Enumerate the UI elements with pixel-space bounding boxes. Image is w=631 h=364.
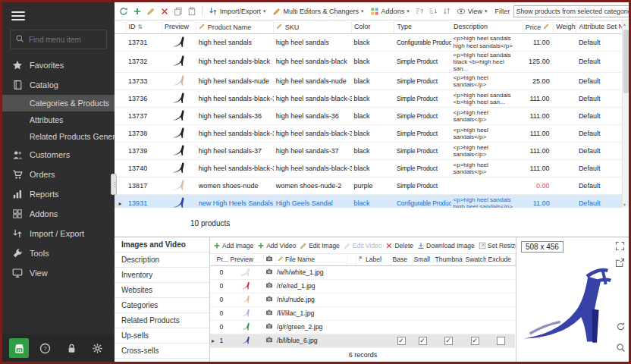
sidebar-item-customers[interactable]: Customers: [2, 145, 115, 165]
add-button[interactable]: [131, 5, 143, 18]
product-row[interactable]: 13731high heel sandalshigh heel sandalsb…: [115, 33, 627, 51]
product-row[interactable]: ▸13931new High Heels SandalsHigh Geels S…: [115, 195, 627, 208]
col-attribute-set-name[interactable]: Attribute Set Name: [576, 20, 627, 33]
col-label[interactable]: Label: [356, 254, 391, 265]
fullscreen-icon[interactable]: [615, 241, 625, 251]
checkbox[interactable]: ✓: [397, 337, 406, 345]
checkbox[interactable]: ✓: [419, 337, 427, 345]
sortdesc-button[interactable]: [427, 5, 439, 18]
add-video-button[interactable]: Add Video: [257, 242, 296, 249]
edit-button[interactable]: [145, 5, 157, 18]
tab-cross-sells[interactable]: Cross-sells: [115, 344, 209, 359]
product-row[interactable]: 13732high heel sandals-blackhigh heel sa…: [115, 51, 627, 73]
col-product-name[interactable]: Product Name: [196, 20, 274, 33]
expand-arrow-icon[interactable]: ▸: [119, 200, 122, 207]
category-filter-select[interactable]: Show products from selected categories▾: [513, 5, 629, 17]
rotate-icon[interactable]: [616, 322, 626, 331]
view-menu[interactable]: View▾: [454, 6, 490, 17]
gear-button[interactable]: [88, 338, 108, 358]
col-file-name[interactable]: File Name: [275, 254, 347, 265]
zoom-out-icon[interactable]: [616, 343, 626, 353]
checkbox[interactable]: ✓: [471, 337, 479, 345]
delete-button[interactable]: Delete: [385, 242, 413, 249]
scrollbar-thumb[interactable]: [623, 30, 629, 93]
tab-product-reviews[interactable]: Product Reviews: [115, 359, 209, 364]
col-swatch[interactable]: Swatch: [463, 254, 486, 265]
row-expander[interactable]: ▸: [115, 195, 126, 208]
import-export-menu[interactable]: Import/Export▾: [206, 6, 268, 17]
sortasc-button[interactable]: [413, 5, 425, 18]
col-type[interactable]: Type: [394, 20, 451, 33]
sidebar-item-catalog[interactable]: Catalog: [2, 75, 115, 95]
multi-editors-changers-menu[interactable]: Multi Editors & Changers▾: [270, 6, 366, 17]
product-row[interactable]: 13817women shoes-nudewomen shoes-nude-2p…: [115, 177, 627, 195]
sidebar-item-related-products-generator[interactable]: Related Products Generator: [2, 128, 115, 145]
sidebar-item-orders[interactable]: Orders: [2, 165, 115, 184]
product-row[interactable]: 13740high heel sandals-black-38high heel…: [115, 160, 627, 177]
vertical-scrollbar[interactable]: ▴ ▾: [622, 20, 629, 208]
col-base[interactable]: Base: [391, 254, 412, 265]
updown-button[interactable]: [441, 5, 453, 18]
addons-menu[interactable]: Addons▾: [368, 6, 412, 17]
delete-button[interactable]: [159, 5, 171, 18]
product-row[interactable]: 13738high heel sandals-black-37high heel…: [115, 125, 627, 143]
sidebar-item-categories-products[interactable]: Categories & Products: [2, 95, 115, 111]
col-description[interactable]: Description: [451, 20, 523, 33]
tab-inventory[interactable]: Inventory: [115, 268, 209, 283]
sidebar-item-import-export[interactable]: Import / Export: [2, 224, 115, 243]
product-row[interactable]: 13739high heel sandals-37high heel sanda…: [115, 143, 627, 160]
col-id[interactable]: ID ⇅: [126, 20, 162, 33]
pane-splitter[interactable]: ⋮: [111, 174, 117, 195]
product-row[interactable]: 13736high heel sandals-black-36high heel…: [115, 90, 627, 108]
col-thumbna[interactable]: Thumbna: [433, 254, 463, 265]
image-row[interactable]: 0/n/u/nude.jpg: [210, 293, 515, 306]
image-row[interactable]: 0/w/h/white_1.jpg: [210, 265, 515, 279]
paste-button[interactable]: [186, 5, 198, 18]
open-external-icon[interactable]: [615, 258, 625, 268]
image-row[interactable]: ▸1/b/l/blue_6.jpg✓✓✓✓: [210, 334, 515, 347]
checkbox[interactable]: ✓: [444, 337, 453, 345]
hamburger-menu-icon[interactable]: [2, 2, 115, 27]
menu-search-input[interactable]: [29, 36, 103, 44]
download-image-button[interactable]: Download Image: [417, 242, 475, 249]
image-row[interactable]: 0/g/r/green_2.jpg: [210, 320, 515, 334]
add-image-button[interactable]: Add Image: [213, 242, 253, 249]
tab-description[interactable]: Description: [115, 253, 209, 268]
col-preview[interactable]: Preview: [162, 20, 196, 33]
checkbox[interactable]: [497, 337, 505, 345]
expand-arrow-icon[interactable]: ▸: [212, 337, 215, 344]
updown-icon: [442, 7, 451, 16]
tab-categories[interactable]: Categories: [115, 298, 209, 313]
image-row[interactable]: 0/r/e/red_1.jpg: [210, 279, 515, 293]
sidebar-item-favorites[interactable]: Favorites: [2, 55, 115, 75]
sidebar-item-attributes[interactable]: Attributes: [2, 111, 115, 128]
tab-websites[interactable]: Websites: [115, 283, 209, 298]
image-row[interactable]: 0/l/i/lilac_1.jpg: [210, 306, 515, 320]
col-pr[interactable]: Pr...: [215, 254, 228, 265]
copy-button[interactable]: [172, 5, 184, 18]
refresh-button[interactable]: [118, 5, 130, 18]
tab-up-sells[interactable]: Up-sells: [115, 328, 209, 344]
scroll-up-icon[interactable]: ▴: [623, 21, 626, 27]
col-sku[interactable]: SKU: [274, 20, 352, 33]
sidebar-item-tools[interactable]: Tools: [2, 243, 115, 263]
col-exclude[interactable]: Exclude: [486, 254, 515, 265]
sidebar-item-addons[interactable]: Addons: [2, 204, 115, 224]
col-preview[interactable]: Preview: [228, 254, 263, 265]
col-price[interactable]: Price: [523, 20, 553, 33]
store-button[interactable]: [9, 338, 29, 358]
lock-button[interactable]: [61, 338, 81, 358]
product-row[interactable]: 13733high heel sandals-nudehigh heel san…: [115, 73, 627, 90]
sidebar-item-view[interactable]: View: [2, 263, 115, 283]
scroll-down-icon[interactable]: ▾: [623, 202, 626, 207]
col-color[interactable]: Color: [352, 20, 394, 33]
set-resize-rule-button[interactable]: Set Resize Rule▾: [479, 242, 516, 249]
col-small[interactable]: Small: [412, 254, 433, 265]
product-row[interactable]: 13737high heel sandals-36high heel sanda…: [115, 108, 627, 125]
tab-related-products[interactable]: Related Products: [115, 313, 209, 328]
sidebar-item-reports[interactable]: Reports: [2, 184, 115, 204]
col-weight[interactable]: Weight: [554, 20, 576, 33]
help-button[interactable]: ?: [36, 338, 55, 358]
edit-image-button[interactable]: Edit Image: [300, 242, 340, 249]
tab-images-and-video[interactable]: Images and Video: [115, 237, 209, 253]
